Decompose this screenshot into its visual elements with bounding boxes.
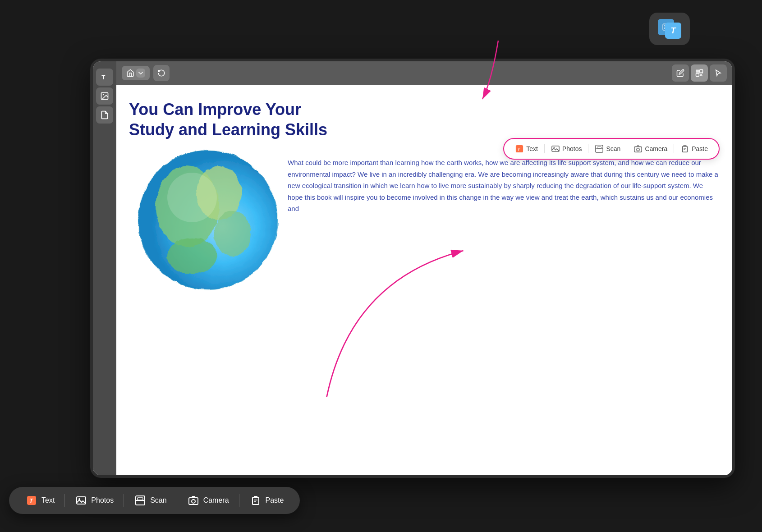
svg-point-17 <box>167 173 217 222</box>
svg-rect-38 <box>138 498 143 500</box>
bt-divider-2 <box>124 494 124 507</box>
inline-paste-label: Paste <box>692 145 708 152</box>
svg-point-27 <box>637 148 639 151</box>
svg-point-7 <box>103 94 104 96</box>
bt-divider-4 <box>239 494 239 507</box>
scan-icon <box>595 144 604 153</box>
home-button[interactable] <box>122 66 150 80</box>
bottom-scan-label: Scan <box>150 496 166 504</box>
bottom-photos-label: Photos <box>91 496 114 504</box>
camera-icon <box>633 144 643 153</box>
bottom-toolbar-paste[interactable]: Paste <box>244 491 289 509</box>
inline-toolbar-text[interactable]: T Text <box>511 142 542 155</box>
photos-icon <box>551 144 560 153</box>
right-tools <box>672 64 727 82</box>
bottom-photos-icon <box>75 494 87 507</box>
inline-toolbar-paste[interactable]: Paste <box>677 142 712 155</box>
back-button[interactable] <box>153 65 170 81</box>
bottom-text-icon: T <box>25 494 38 507</box>
tb-divider-3 <box>627 144 627 153</box>
bt-divider-1 <box>64 494 65 507</box>
bottom-camera-icon <box>187 494 200 507</box>
sidebar-text-tool[interactable]: T <box>96 69 113 86</box>
bottom-toolbar-camera[interactable]: Camera <box>182 491 234 509</box>
pencil-tool-button[interactable] <box>672 64 689 82</box>
device-frame: T <box>90 59 735 478</box>
inline-toolbar-camera[interactable]: Camera <box>630 142 671 155</box>
bottom-toolbar-photos[interactable]: Photos <box>69 491 119 509</box>
svg-rect-9 <box>700 70 703 73</box>
tb-divider-4 <box>674 144 674 153</box>
globe-illustration <box>129 130 287 292</box>
inline-toolbar-scan[interactable]: Scan <box>591 142 624 155</box>
bottom-scan-icon <box>134 494 147 507</box>
svg-text:T: T <box>518 147 521 151</box>
inline-toolbar: T Text Photos <box>503 138 720 160</box>
bt-divider-3 <box>177 494 177 507</box>
svg-rect-34 <box>77 497 86 504</box>
bottom-toolbar-text[interactable]: T Text <box>20 491 60 509</box>
bottom-text-label: Text <box>41 496 55 504</box>
svg-rect-28 <box>683 147 688 152</box>
inline-photos-label: Photos <box>562 145 582 152</box>
bottom-paste-label: Paste <box>266 496 284 504</box>
home-chevron[interactable] <box>136 69 145 78</box>
svg-rect-21 <box>552 146 559 152</box>
sidebar: T <box>93 61 116 475</box>
svg-text:T: T <box>29 497 33 504</box>
sidebar-file-tool[interactable] <box>96 106 113 124</box>
bottom-paste-icon <box>249 494 262 507</box>
inline-scan-label: Scan <box>606 145 620 152</box>
svg-point-15 <box>167 238 217 274</box>
sidebar-image-tool[interactable] <box>96 87 113 105</box>
tb-divider-2 <box>588 144 588 153</box>
svg-rect-10 <box>696 73 699 77</box>
svg-text:T: T <box>101 74 105 81</box>
svg-rect-8 <box>696 70 699 73</box>
swap-tool-button[interactable] <box>691 64 708 82</box>
content-area: You Can Improve Your Study and Learning … <box>116 61 732 475</box>
floating-text-icon[interactable]: T <box>649 13 690 45</box>
top-toolbar <box>116 61 732 85</box>
body-text: What could be more important than learni… <box>288 157 720 215</box>
bottom-camera-label: Camera <box>203 496 229 504</box>
inline-camera-label: Camera <box>645 145 667 152</box>
icon-card-front: T <box>665 23 681 39</box>
svg-point-16 <box>215 211 251 256</box>
device-screen: T <box>93 61 732 475</box>
text-icon: T <box>515 144 524 153</box>
bottom-toolbar-scan[interactable]: Scan <box>129 491 172 509</box>
svg-rect-25 <box>597 147 601 149</box>
tb-divider-1 <box>544 144 545 153</box>
bottom-toolbar: T Text Photos Scan Camera Paste <box>9 487 300 514</box>
page-content: You Can Improve Your Study and Learning … <box>116 85 732 475</box>
svg-point-40 <box>192 500 195 503</box>
paste-icon <box>680 144 689 153</box>
svg-rect-41 <box>252 497 259 504</box>
text-t-icon: T <box>671 26 676 36</box>
inline-toolbar-photos[interactable]: Photos <box>547 142 586 155</box>
cursor-tool-button[interactable] <box>710 64 727 82</box>
inline-text-label: Text <box>526 145 538 152</box>
